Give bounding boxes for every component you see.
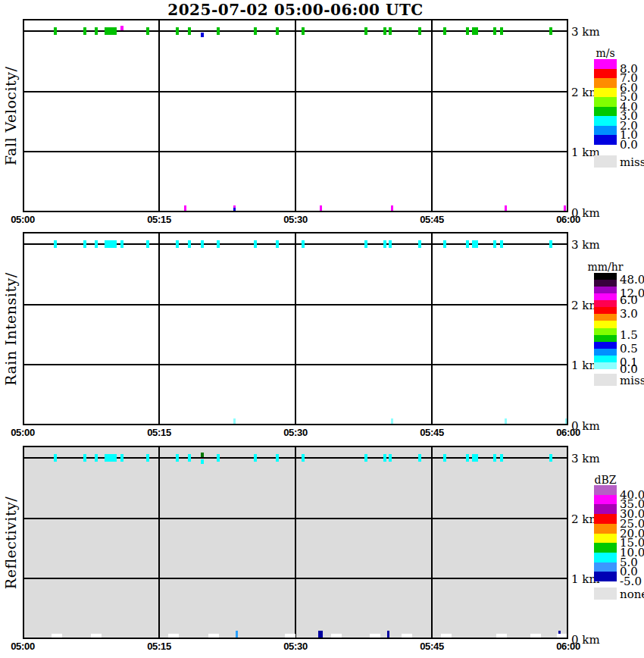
legend-color-band xyxy=(594,293,617,300)
legend-color-band xyxy=(594,69,617,79)
legend-missing-label: none xyxy=(620,588,644,601)
x-tick-label: 05:30 xyxy=(278,214,313,225)
gridline-v xyxy=(295,20,296,211)
echo-mark-3km xyxy=(493,240,496,248)
y-tick-label: 3 km xyxy=(571,238,606,252)
legend-color-band xyxy=(594,362,617,369)
legend-color-band xyxy=(594,59,617,69)
y-tick-label: 0 km xyxy=(571,633,606,647)
echo-mark-3km xyxy=(176,240,179,248)
legend-color-band xyxy=(594,349,617,356)
echo-mark-3km xyxy=(383,454,386,462)
x-tick-label: 05:00 xyxy=(5,641,40,652)
x-tick-label: 05:15 xyxy=(142,427,177,438)
legend-color-band xyxy=(594,514,617,524)
echo-mark-3km xyxy=(176,454,179,462)
echo-mark-3km xyxy=(217,240,220,248)
mrr-quicklook-chart: 2025-07-02 05:00-06:00 UTC Fall Velocity… xyxy=(0,0,644,658)
gridline-v xyxy=(295,447,296,638)
echo-mark-surface xyxy=(236,631,238,638)
gridline-v xyxy=(158,20,160,211)
echo-mark-3km xyxy=(188,240,191,248)
echo-mark-3km xyxy=(201,453,204,457)
legend-title-ms: m/s xyxy=(580,47,630,59)
echo-mark-3km xyxy=(54,454,57,462)
echo-mark-3km xyxy=(364,454,367,462)
echo-mark-3km xyxy=(217,27,220,35)
echo-mark-3km xyxy=(493,27,496,35)
echo-mark-3km xyxy=(364,27,367,35)
legend-title-dbz: dBZ xyxy=(580,474,630,486)
gridline-v xyxy=(158,233,160,424)
surface-clutter-bar xyxy=(91,634,102,638)
y-axis-title-text: Fall Velocity/ xyxy=(2,66,19,165)
echo-mark-3km xyxy=(549,27,552,35)
y-axis-title-reflectivity: Reflectivity/ xyxy=(0,446,21,639)
legend-color-band xyxy=(594,135,617,145)
echo-mark-3km xyxy=(254,27,257,35)
echo-mark-3km xyxy=(146,454,149,462)
legend-missing-swatch xyxy=(594,588,617,600)
echo-mark-3km xyxy=(466,240,469,248)
y-tick-label: 0 km xyxy=(571,206,606,220)
echo-mark-3km xyxy=(120,240,123,248)
legend-color-band xyxy=(594,342,617,349)
legend-color-band xyxy=(594,534,617,544)
surface-clutter-bar xyxy=(331,634,342,638)
legend-color-band xyxy=(594,97,617,107)
echo-mark-3km xyxy=(364,240,367,248)
legend-missing-swatch xyxy=(594,155,617,168)
echo-mark-surface xyxy=(564,205,566,211)
legend-color-band xyxy=(594,356,617,362)
surface-clutter-bar xyxy=(168,634,179,638)
legend-color-band xyxy=(594,287,617,293)
echo-mark-surface xyxy=(391,205,393,211)
echo-mark-3km xyxy=(201,459,204,464)
legend-threshold-label: 1.5 xyxy=(620,328,638,342)
echo-mark-3km xyxy=(254,454,257,462)
echo-mark-3km xyxy=(188,454,191,462)
echo-mark-3km xyxy=(443,454,446,462)
echo-mark-3km xyxy=(188,27,191,35)
echo-mark-surface xyxy=(391,418,393,424)
legend-color-band xyxy=(594,107,617,117)
legend-missing-label: miss xyxy=(620,374,644,387)
x-tick-label: 05:00 xyxy=(5,427,40,438)
surface-clutter-bar xyxy=(285,634,295,638)
legend-color-band xyxy=(594,126,617,136)
surface-clutter-bar xyxy=(370,634,380,638)
surface-clutter-bar xyxy=(557,634,567,638)
y-axis-title-text: Rain Intensity/ xyxy=(2,272,19,385)
x-tick-label: 05:30 xyxy=(278,641,313,652)
y-tick-label: 3 km xyxy=(571,452,606,465)
gridline-v xyxy=(295,233,296,424)
legend-color-band xyxy=(594,543,617,553)
y-tick-label: 3 km xyxy=(571,25,606,39)
y-axis-title-rain-intensity: Rain Intensity/ xyxy=(0,232,21,425)
echo-mark-3km xyxy=(120,26,123,30)
echo-mark-3km xyxy=(302,240,305,248)
legend-color-band xyxy=(594,280,617,287)
echo-mark-3km xyxy=(418,27,421,35)
echo-mark-3km xyxy=(383,240,386,248)
legend-color-band xyxy=(594,504,617,514)
echo-mark-3km xyxy=(472,454,478,462)
fall-velocity-plot xyxy=(23,19,568,212)
echo-mark-3km xyxy=(389,27,392,35)
echo-mark-3km xyxy=(54,240,57,248)
x-tick-label: 05:45 xyxy=(414,214,449,225)
echo-mark-3km xyxy=(472,240,478,248)
legend-title-mmhr: mm/hr xyxy=(580,261,630,273)
surface-clutter-bar xyxy=(402,634,412,638)
echo-mark-3km xyxy=(146,240,149,248)
echo-mark-surface xyxy=(565,418,567,424)
echo-mark-surface xyxy=(233,418,236,424)
echo-mark-3km xyxy=(276,454,279,462)
y-axis-title-fall-velocity: Fall Velocity/ xyxy=(0,19,21,212)
echo-mark-3km xyxy=(418,240,421,248)
x-tick-label: 05:00 xyxy=(5,214,40,225)
echo-mark-3km xyxy=(146,27,149,35)
legend-color-band xyxy=(594,335,617,342)
echo-mark-3km xyxy=(472,27,478,35)
echo-mark-3km xyxy=(443,240,446,248)
